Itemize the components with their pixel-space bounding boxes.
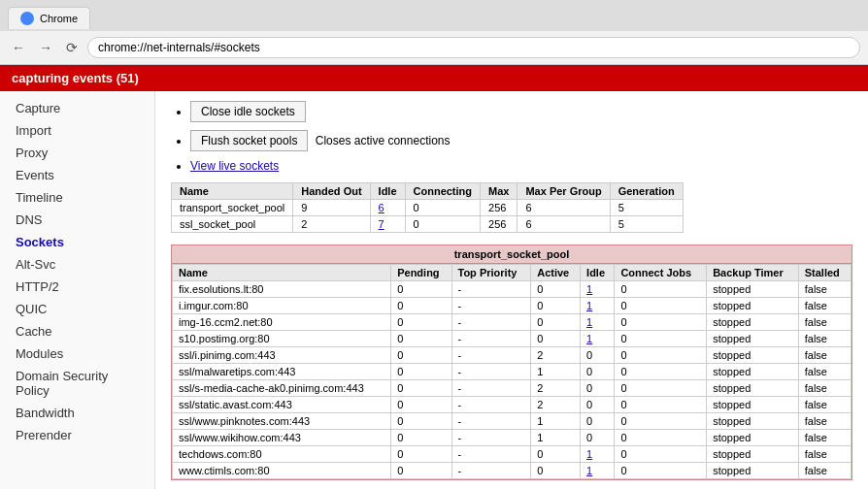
table-cell: img-16.ccm2.net:80 [173,314,391,331]
table-cell[interactable]: 1 [581,298,615,314]
table-cell[interactable]: 1 [581,446,615,463]
th-backuptimer: Backup Timer [707,265,799,281]
reload-button[interactable]: ⟳ [62,38,82,57]
table-cell: false [798,347,851,364]
th-active: Active [531,265,581,281]
content-area: Close idle sockets Flush socket pools Cl… [155,91,868,489]
table-cell: s10.postimg.org:80 [173,331,391,347]
table-cell: 0 [581,364,615,380]
sidebar-item-events[interactable]: Events [0,164,154,186]
table-cell: false [798,397,851,413]
view-live-sockets-link[interactable]: View live sockets [190,159,279,173]
sidebar-item-altsvc[interactable]: Alt-Svc [0,253,154,276]
table-cell: 0 [615,430,707,446]
table-cell[interactable]: 1 [581,281,615,298]
table-cell[interactable]: 1 [581,331,615,347]
sidebar-item-import[interactable]: Import [0,119,154,142]
table-cell: stopped [707,397,799,413]
table-cell: 0 [531,446,581,463]
sidebar-item-modules[interactable]: Modules [0,342,154,365]
table-cell: 0 [615,298,707,314]
tab-label: Chrome [40,13,78,24]
forward-button[interactable]: → [35,38,56,57]
cell-handedout: 9 [293,200,370,216]
cell-handedout: 2 [293,216,370,233]
table-cell: false [798,298,851,314]
table-cell: www.ctimls.com:80 [173,463,391,479]
table-row: ssl/s-media-cache-ak0.pinimg.com:4430-20… [173,380,851,397]
cell-idle[interactable]: 7 [370,216,405,233]
main-layout: Capture Import Proxy Events Timeline DNS… [0,91,868,489]
th-pending: Pending [391,265,451,281]
table-cell: 0 [531,281,581,298]
sidebar-item-capture[interactable]: Capture [0,97,154,119]
table-cell: 0 [531,331,581,347]
table-cell: - [451,281,531,298]
table-cell: i.imgur.com:80 [173,298,391,314]
table-cell: stopped [707,413,799,430]
cell-connecting: 0 [405,216,481,233]
table-cell: ssl/malwaretips.com:443 [173,364,391,380]
table-row: www.ctimls.com:800-010stoppedfalse [173,463,851,479]
browser-tab[interactable]: Chrome [8,7,90,29]
col-handedout: Handed Out [293,183,370,200]
table-cell[interactable]: 1 [581,314,615,331]
summary-table: Name Handed Out Idle Connecting Max Max … [171,182,684,233]
sidebar-item-sockets[interactable]: Sockets [0,231,154,253]
sidebar-item-proxy[interactable]: Proxy [0,142,154,164]
table-cell: 0 [391,314,451,331]
back-button[interactable]: ← [8,38,29,57]
table-row: ssl/www.wikihow.com:4430-100stoppedfalse [173,430,851,446]
table-cell: ssl/www.wikihow.com:443 [173,430,391,446]
sidebar-item-http2[interactable]: HTTP/2 [0,276,154,298]
table-cell: 0 [391,347,451,364]
table-cell: 0 [615,397,707,413]
table-cell: fix.esolutions.lt:80 [173,281,391,298]
table-cell: stopped [707,364,799,380]
table-row: fix.esolutions.lt:800-010stoppedfalse [173,281,851,298]
table-cell: ssl/i.pinimg.com:443 [173,347,391,364]
browser-chrome: Chrome ← → ⟳ [0,0,868,65]
table-cell: 2 [531,380,581,397]
table-cell: 0 [391,413,451,430]
flush-socket-button[interactable]: Flush socket pools [190,130,308,151]
table-cell: - [451,331,531,347]
sidebar-item-cache[interactable]: Cache [0,320,154,342]
cell-generation: 5 [610,200,683,216]
sidebar-item-timeline[interactable]: Timeline [0,186,154,209]
sidebar-item-quic[interactable]: QUIC [0,298,154,320]
table-cell: false [798,364,851,380]
table-cell: stopped [707,298,799,314]
close-idle-button[interactable]: Close idle sockets [190,101,306,122]
table-cell: 1 [531,364,581,380]
cell-maxpergroup: 6 [517,200,610,216]
table-cell: 0 [615,347,707,364]
sidebar-item-dns[interactable]: DNS [0,209,154,231]
address-input[interactable] [87,37,860,58]
table-cell: - [451,446,531,463]
table-cell: 0 [581,380,615,397]
table-cell: 0 [391,397,451,413]
col-idle: Idle [370,183,405,200]
sidebar-item-prerender[interactable]: Prerender [0,424,154,446]
table-cell: - [451,364,531,380]
table-cell: 2 [531,347,581,364]
th-toppriority: Top Priority [451,265,531,281]
sidebar: Capture Import Proxy Events Timeline DNS… [0,91,155,489]
table-cell[interactable]: 1 [581,463,615,479]
table-cell: 0 [531,298,581,314]
table-row: s10.postimg.org:800-010stoppedfalse [173,331,851,347]
table-cell: 0 [531,463,581,479]
col-connecting: Connecting [405,183,481,200]
sidebar-item-bandwidth[interactable]: Bandwidth [0,402,154,424]
table-cell: 0 [615,463,707,479]
table-cell: false [798,446,851,463]
table-row: transport_socket_pool 9 6 0 256 6 5 [172,200,684,216]
th-stalled: Stalled [798,265,851,281]
table-cell: 0 [391,380,451,397]
cell-idle[interactable]: 6 [370,200,405,216]
table-cell: 0 [615,413,707,430]
table-cell: techdows.com:80 [173,446,391,463]
sidebar-item-domain-security[interactable]: Domain Security Policy [0,365,154,402]
table-row: i.imgur.com:800-010stoppedfalse [173,298,851,314]
